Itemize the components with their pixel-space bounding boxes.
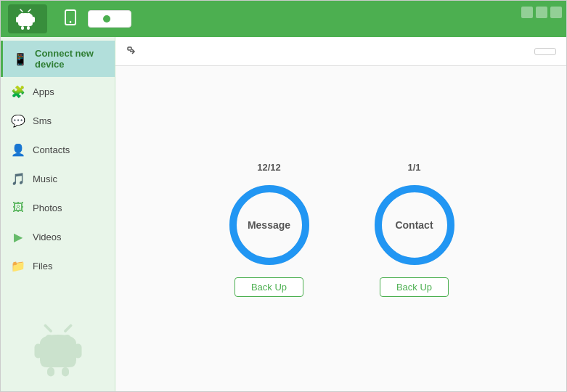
- svg-rect-4: [21, 26, 24, 30]
- sidebar-item-photos[interactable]: 🖼 Photos: [1, 193, 115, 222]
- sidebar-item-apps[interactable]: 🧩 Apps: [1, 77, 115, 106]
- backup-cards-area: 12/12 Message Back Up 1/1 Contact Back U…: [115, 66, 567, 392]
- close-button[interactable]: [534, 48, 556, 55]
- sidebar-item-connect-new-device[interactable]: 📱 Connect new device: [1, 41, 115, 77]
- svg-line-7: [28, 9, 30, 12]
- maximize-button[interactable]: [536, 7, 547, 18]
- message-label: Message: [248, 219, 290, 231]
- sidebar-label: Music: [33, 173, 57, 184]
- svg-rect-18: [128, 47, 131, 50]
- svg-rect-14: [47, 367, 54, 377]
- sidebar-icon-sms: 💬: [11, 113, 25, 128]
- android-logo-icon: [14, 7, 37, 30]
- sidebar-icon-contacts: 👤: [11, 142, 25, 157]
- message-count: 12/12: [257, 162, 281, 173]
- sidebar-icon-music: 🎵: [11, 171, 25, 186]
- svg-rect-12: [34, 344, 41, 359]
- phone-icon: [62, 9, 79, 29]
- toolbar: [115, 37, 567, 66]
- backup-card-message: 12/12 Message Back Up: [226, 162, 313, 297]
- sidebar-label: Contacts: [33, 144, 70, 155]
- app-logo: [8, 4, 47, 33]
- minimize-button[interactable]: [521, 7, 533, 18]
- contact-circle: Contact: [371, 181, 458, 269]
- sidebar-item-videos[interactable]: ▶ Videos: [1, 222, 115, 251]
- sidebar-label: Photos: [33, 203, 62, 213]
- svg-rect-13: [74, 344, 81, 359]
- sidebar-item-contacts[interactable]: 👤 Contacts: [1, 135, 115, 164]
- contact-count: 1/1: [407, 162, 420, 173]
- backup-card-contact: 1/1 Contact Back Up: [371, 162, 458, 297]
- svg-line-16: [45, 326, 51, 332]
- sidebar-label: Files: [33, 261, 52, 271]
- success-banner: [88, 10, 131, 28]
- sidebar-watermark: [1, 306, 115, 392]
- sidebar-label: Apps: [33, 86, 54, 97]
- sidebar-icon-connect new device: 📱: [13, 52, 28, 66]
- main-area: 📱 Connect new device 🧩 Apps 💬 Sms 👤 Cont…: [1, 37, 567, 392]
- select-backup-path-button[interactable]: [127, 46, 143, 57]
- backup-path-icon: [127, 46, 139, 57]
- content-area: 12/12 Message Back Up 1/1 Contact Back U…: [115, 37, 567, 392]
- svg-rect-15: [62, 367, 69, 377]
- sidebar-item-files[interactable]: 📁 Files: [1, 251, 115, 280]
- contact-label: Contact: [395, 219, 433, 231]
- contact-backup-button[interactable]: Back Up: [380, 277, 449, 297]
- sidebar-icon-photos: 🖼: [11, 200, 25, 215]
- sidebar-icon-videos: ▶: [11, 229, 25, 244]
- svg-line-17: [65, 326, 71, 332]
- window-close-button[interactable]: [550, 7, 562, 18]
- svg-rect-2: [16, 17, 19, 23]
- svg-rect-5: [27, 26, 30, 30]
- app-window: 📱 Connect new device 🧩 Apps 💬 Sms 👤 Cont…: [1, 1, 567, 392]
- svg-rect-3: [32, 17, 35, 23]
- sidebar-icon-apps: 🧩: [11, 84, 25, 99]
- message-circle: Message: [226, 181, 313, 269]
- sidebar: 📱 Connect new device 🧩 Apps 💬 Sms 👤 Cont…: [1, 37, 115, 392]
- sidebar-item-sms[interactable]: 💬 Sms: [1, 106, 115, 135]
- sidebar-item-music[interactable]: 🎵 Music: [1, 164, 115, 193]
- svg-line-6: [20, 9, 23, 12]
- sidebar-label: Connect new device: [35, 48, 105, 70]
- sidebar-label: Videos: [33, 232, 62, 242]
- window-controls: [521, 7, 562, 18]
- sidebar-icon-files: 📁: [11, 258, 25, 273]
- message-backup-button[interactable]: Back Up: [234, 277, 303, 297]
- sidebar-label: Sms: [33, 115, 52, 126]
- title-bar: [1, 1, 567, 37]
- success-indicator: [103, 15, 110, 23]
